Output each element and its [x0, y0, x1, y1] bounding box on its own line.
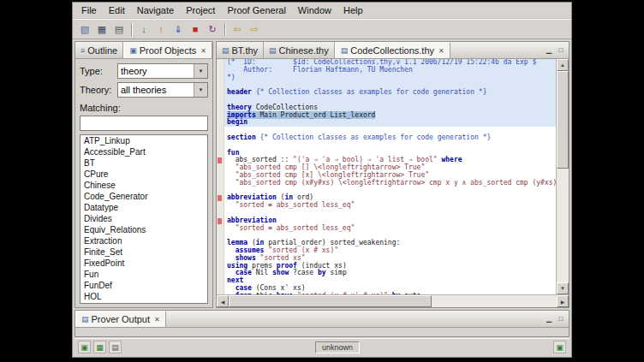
maximize-icon[interactable]: □: [556, 45, 566, 56]
code-text: *): [224, 74, 556, 82]
matching-label: Matching:: [80, 103, 208, 113]
tab-proof-objects[interactable]: ▣Proof Objects✕: [123, 42, 212, 58]
code-line: Author: Florian Haftmann, TU Muenchen: [217, 67, 556, 74]
list-item[interactable]: Code_Generator: [80, 191, 207, 202]
list-item[interactable]: Equiv_Relations: [80, 224, 207, 235]
minimize-icon[interactable]: ▁: [544, 45, 554, 56]
editor[interactable]: (* ID: $Id: CodeCollections.thy,v 1.1 20…: [217, 59, 569, 294]
gutter-cell: [217, 164, 224, 172]
proof-objects-panel: Type: theory ▼ Theory: all theories ▼: [75, 59, 212, 307]
editor-tabbar: ▤BT.thy▤Chinese.thy▤CodeCollections.thy✕…: [217, 42, 569, 59]
list-item[interactable]: FixedPoint: [80, 258, 207, 269]
menu-project[interactable]: Project: [180, 3, 221, 17]
file-icon: ▤: [222, 46, 230, 55]
code-text: [224, 142, 556, 150]
prover-output-content: [75, 328, 569, 336]
list-item[interactable]: CPure: [80, 169, 207, 180]
list-item[interactable]: Datatype: [80, 202, 207, 213]
scroll-left-icon[interactable]: ◀: [217, 295, 229, 307]
next-command-icon[interactable]: ↓: [136, 21, 152, 37]
menu-navigate[interactable]: Navigate: [131, 3, 180, 17]
menu-help[interactable]: Help: [337, 3, 369, 17]
list-item[interactable]: Extraction: [80, 235, 207, 246]
fastview-icon-3[interactable]: ▤: [109, 341, 122, 353]
gutter-cell: [217, 210, 224, 217]
tab-bt-thy[interactable]: ▤BT.thy: [217, 42, 264, 58]
undo-command-icon[interactable]: ↑: [153, 21, 169, 37]
list-item[interactable]: Divides: [80, 213, 207, 224]
code-text: "sorted ≡ abs_sorted less_eq": [224, 225, 556, 233]
gutter-cell: [217, 112, 224, 120]
goto-command-icon[interactable]: ⇓: [170, 21, 186, 37]
scrollbar-track[interactable]: [229, 295, 557, 307]
list-item[interactable]: Accessible_Part: [80, 146, 207, 157]
theory-label: Theory:: [80, 85, 117, 95]
menu-proof-general[interactable]: Proof General: [221, 3, 291, 17]
close-icon[interactable]: ✕: [200, 47, 206, 55]
tab-label: CodeCollections.thy: [350, 45, 434, 56]
tab-outline[interactable]: ≡Outline: [75, 42, 123, 58]
minimize-icon[interactable]: ▁: [544, 314, 554, 324]
code-text: case Nil show ?case by simp: [224, 270, 556, 277]
menu-edit[interactable]: Edit: [103, 3, 131, 17]
chevron-down-icon[interactable]: ▼: [194, 64, 207, 78]
scroll-right-icon[interactable]: ▶: [557, 295, 569, 307]
new-wizard-icon[interactable]: ▧: [77, 21, 92, 37]
list-item[interactable]: Hilbert_Choice: [80, 302, 207, 304]
code-area[interactable]: (* ID: $Id: CodeCollections.thy,v 1.1 20…: [217, 59, 556, 294]
console-icon: ▤: [81, 315, 89, 323]
horizontal-scrollbar[interactable]: ◀ ▶: [217, 294, 569, 307]
menu-file[interactable]: File: [75, 3, 103, 17]
proof-objects-view: ≡Outline▣Proof Objects✕ Type: theory ▼ T…: [75, 41, 213, 308]
status-cell: unknown: [315, 341, 360, 353]
list-item[interactable]: ATP_Linkup: [80, 135, 207, 146]
fastview-bar: ▣▦▤: [78, 341, 122, 353]
type-combo-value: theory: [118, 66, 194, 76]
tab-codecollections-thy[interactable]: ▤CodeCollections.thy✕: [335, 42, 450, 58]
scrollbar-thumb[interactable]: [557, 71, 569, 169]
list-item[interactable]: FunDef: [80, 280, 207, 291]
maximize-icon[interactable]: □: [556, 314, 566, 324]
gutter-cell: [217, 67, 224, 74]
gutter-cell: [217, 277, 224, 285]
back-icon[interactable]: ⇦: [230, 21, 245, 37]
vertical-scrollbar[interactable]: ▲ ▼: [556, 59, 569, 294]
forward-icon[interactable]: ⇨: [247, 21, 262, 37]
gutter-cell: [217, 263, 224, 270]
list-item[interactable]: Fun: [80, 269, 207, 280]
matching-input[interactable]: [80, 116, 208, 131]
print-icon[interactable]: ▤: [111, 21, 127, 37]
chevron-down-icon[interactable]: ▼: [194, 83, 207, 97]
tab-prover-output[interactable]: ▤ Prover Output ✕: [75, 311, 166, 327]
save-icon[interactable]: ▦: [94, 21, 110, 37]
list-item[interactable]: BT: [80, 157, 207, 169]
active-command-highlight: imports Main Product_ord List_lexord: [227, 111, 375, 119]
gutter-cell: [217, 232, 224, 240]
screen: FileEditNavigateProjectProof GeneralWind…: [0, 0, 644, 362]
menu-window[interactable]: Window: [292, 3, 337, 17]
scrollbar-track[interactable]: [557, 71, 569, 282]
gutter-cell: [217, 285, 224, 293]
type-combo[interactable]: theory ▼: [117, 63, 208, 79]
interrupt-icon[interactable]: ■: [188, 21, 203, 37]
tab-chinese-thy[interactable]: ▤Chinese.thy: [264, 42, 335, 58]
gutter-cell: [217, 119, 224, 127]
scroll-up-icon[interactable]: ▲: [557, 59, 569, 71]
list-item[interactable]: Chinese: [80, 180, 207, 191]
prover-status-icon[interactable]: ▣: [553, 341, 566, 353]
restart-icon[interactable]: ↻: [205, 21, 220, 37]
list-item[interactable]: HOL: [80, 291, 207, 302]
list-item[interactable]: Finite_Set: [80, 246, 207, 258]
toolbar: ▧▦▤↓↑⇓■↻⇦⇨: [73, 19, 571, 39]
theory-combo[interactable]: all theories ▼: [117, 82, 208, 98]
code-text: begin: [224, 119, 556, 127]
scrollbar-thumb[interactable]: [229, 295, 432, 307]
app-window: FileEditNavigateProjectProof GeneralWind…: [72, 2, 572, 358]
close-icon[interactable]: ✕: [438, 47, 444, 55]
menu-bar: FileEditNavigateProjectProof GeneralWind…: [73, 3, 571, 19]
fastview-icon-1[interactable]: ▣: [78, 341, 91, 353]
scroll-down-icon[interactable]: ▼: [557, 282, 569, 294]
code-line: *): [217, 74, 556, 82]
close-icon[interactable]: ✕: [154, 316, 160, 323]
fastview-icon-2[interactable]: ▦: [93, 341, 106, 353]
